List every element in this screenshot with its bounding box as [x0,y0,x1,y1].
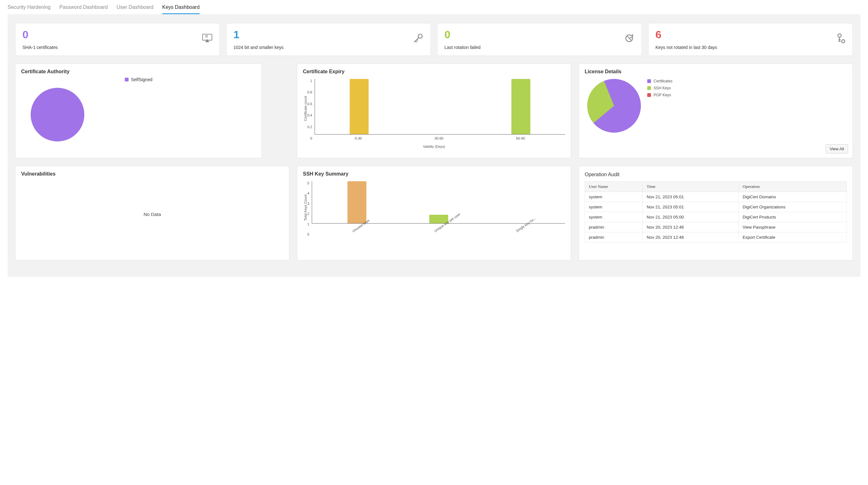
bar-plot[interactable] [315,79,565,134]
stat-value: 0 [444,29,480,40]
table-row[interactable]: system Nov 21, 2023 05:00 DigiCert Produ… [585,212,847,222]
panels-row-1: Certificate Authority SelfSigned Certifi… [15,63,853,158]
tab-user-dashboard[interactable]: User Dashboard [117,4,154,14]
stat-value: 1 [234,29,284,40]
table-row[interactable]: pradmin Nov 20, 2023 12:46 View Passphra… [585,222,847,232]
cell-op: DigiCert Organizations [739,202,846,212]
bar-0-30[interactable] [350,79,369,134]
table-row[interactable]: system Nov 21, 2023 05:01 DigiCert Organ… [585,202,847,212]
stat-label: Keys not rotated in last 30 days [655,45,717,50]
key-icon [413,33,424,43]
cell-time: Nov 21, 2023 05:01 [643,202,739,212]
stat-card-rotation-failed[interactable]: 0 Last rotation failed [437,23,642,56]
panel-certificate-authority: Certificate Authority SelfSigned [15,63,262,158]
cell-user: pradmin [585,232,643,243]
tab-password-dashboard[interactable]: Password Dashboard [59,4,108,14]
cell-time: Nov 20, 2023 12:46 [643,232,739,243]
panel-title: SSH Key Summary [303,171,565,177]
col-user[interactable]: User Name [585,182,643,192]
cert-warning-icon [202,33,213,43]
x-axis-label: Validity (Days) [303,144,565,149]
panel-certificate-expiry: Certificate Expiry Certificate count 10.… [297,63,571,158]
bar-unused-keys[interactable] [347,181,366,223]
legend: Certificates SSH Keys PGP Keys [647,79,673,133]
legend-item[interactable]: SSH Keys [647,86,673,90]
panel-title: Certificate Authority [21,69,256,74]
y-axis-label: Certificate count [303,96,307,121]
cell-user: system [585,212,643,222]
cell-user: pradmin [585,222,643,232]
table-row[interactable]: pradmin Nov 20, 2023 12:46 Export Certif… [585,232,847,243]
stat-card-small-keys[interactable]: 1 1024 bit and smaller keys [226,23,431,56]
legend-swatch-icon [647,93,651,97]
cell-op: DigiCert Products [739,212,846,222]
stat-label: 1024 bit and smaller keys [234,45,284,50]
y-axis-label: Total Keys Count [303,195,307,221]
panels-row-2: Vulnerabilities No Data SSH Key Summary … [15,166,853,260]
panel-vulnerabilities: Vulnerabilities No Data [15,166,289,260]
col-time[interactable]: Time [643,182,739,192]
legend-swatch-icon [647,86,651,90]
stat-card-sha1[interactable]: 0 SHA-1 certificates [15,23,220,56]
legend-swatch-icon [125,78,129,82]
stat-label: Last rotation failed [444,45,480,50]
col-operation[interactable]: Operation [739,182,846,192]
stat-label: SHA-1 certificates [23,45,58,50]
panel-license-details: License Details Certificates SSH Keys PG… [579,63,853,158]
cell-time: Nov 20, 2023 12:46 [643,222,739,232]
cell-user: system [585,202,643,212]
pie-chart[interactable] [576,68,652,144]
panel-title: Vulnerabilities [21,171,283,177]
y-axis-ticks: 10.80.60.40.20 [307,79,315,140]
x-axis-ticks: Unused keys Unique key per user Single k… [312,224,565,236]
stat-card-not-rotated[interactable]: 6 Keys not rotated in last 30 days [648,23,853,56]
tab-bar: Security Hardening Password Dashboard Us… [0,0,868,14]
tab-keys-dashboard[interactable]: Keys Dashboard [162,4,199,14]
y-axis-ticks: 543210 [307,181,312,236]
dashboard-content: 0 SHA-1 certificates 1 1024 bit and smal… [7,14,861,277]
legend-label: SelfSigned [131,77,153,82]
cell-op: DigiCert Domains [739,192,846,202]
table-row[interactable]: system Nov 21, 2023 05:01 DigiCert Domai… [585,192,847,202]
svg-line-3 [627,36,631,40]
panel-operation-audit: Operation Audit User Name Time Operation… [579,166,853,260]
svg-point-4 [838,34,841,37]
cell-user: system [585,192,643,202]
panel-ssh-key-summary: SSH Key Summary Total Keys Count 543210 [297,166,571,260]
tab-security-hardening[interactable]: Security Hardening [7,4,51,14]
stats-row: 0 SHA-1 certificates 1 1024 bit and smal… [15,23,853,56]
panel-title: Operation Audit [585,172,847,177]
x-axis-ticks: 0-30 30-60 60-90 [315,134,565,140]
stat-value: 6 [655,29,717,40]
panel-title: License Details [585,69,847,74]
rotation-failed-icon [624,33,634,43]
legend-swatch-icon [647,79,651,83]
legend-label: Certificates [653,79,673,84]
cell-time: Nov 21, 2023 05:01 [643,192,739,202]
legend-label: PGP Keys [653,93,671,97]
key-blocked-icon [835,33,845,43]
bar-60-90[interactable] [512,79,530,134]
legend-item[interactable]: Certificates [647,79,673,84]
audit-table: User Name Time Operation system Nov 21, … [585,181,847,243]
cell-time: Nov 21, 2023 05:00 [643,212,739,222]
panel-title: Certificate Expiry [303,69,565,74]
view-all-button[interactable]: View All [826,144,848,154]
table-header-row: User Name Time Operation [585,182,847,192]
bar-plot[interactable] [312,181,565,224]
legend-label: SSH Keys [653,86,671,90]
cell-op: View Passphrase [739,222,846,232]
svg-point-1 [207,41,208,42]
stat-value: 0 [23,29,58,40]
no-data-message: No Data [21,179,283,249]
cell-op: Export Certificate [739,232,846,243]
legend-item[interactable]: SelfSigned [21,77,256,82]
pie-chart[interactable] [31,88,84,141]
legend-item[interactable]: PGP Keys [647,93,673,97]
